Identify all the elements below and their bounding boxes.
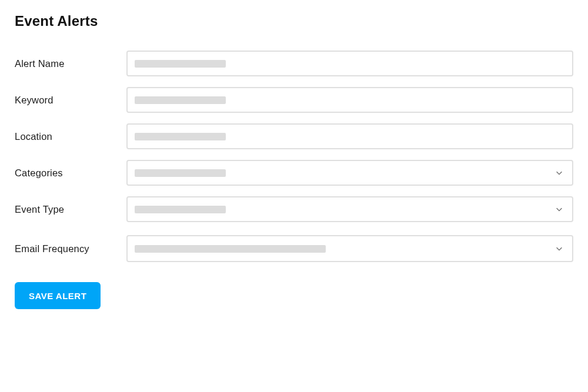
label-event-type: Event Type: [15, 204, 126, 215]
row-event-type: Event Type: [15, 196, 573, 222]
wrap-categories: [126, 160, 573, 186]
row-location: Location: [15, 123, 573, 149]
location-input[interactable]: [126, 123, 573, 149]
wrap-location: [126, 123, 573, 149]
label-email-frequency: Email Frequency: [15, 243, 126, 254]
label-alert-name: Alert Name: [15, 58, 126, 69]
row-alert-name: Alert Name: [15, 51, 573, 76]
placeholder-skeleton: [135, 60, 226, 68]
wrap-alert-name: [126, 51, 573, 76]
categories-select[interactable]: [126, 160, 573, 186]
alert-name-input[interactable]: [126, 51, 573, 76]
placeholder-skeleton: [135, 133, 226, 140]
chevron-down-icon: [554, 168, 564, 177]
placeholder-skeleton: [135, 96, 226, 104]
chevron-down-icon: [554, 205, 564, 214]
wrap-email-frequency: [126, 235, 573, 262]
chevron-down-icon: [554, 244, 564, 253]
actions-row: SAVE ALERT: [15, 282, 573, 309]
placeholder-skeleton: [135, 169, 226, 177]
save-alert-button[interactable]: SAVE ALERT: [15, 282, 101, 309]
row-categories: Categories: [15, 160, 573, 186]
row-keyword: Keyword: [15, 87, 573, 113]
email-frequency-select[interactable]: [126, 235, 573, 262]
keyword-input[interactable]: [126, 87, 573, 113]
row-email-frequency: Email Frequency: [15, 235, 573, 262]
label-categories: Categories: [15, 167, 126, 179]
page-title: Event Alerts: [15, 13, 573, 29]
wrap-event-type: [126, 196, 573, 222]
placeholder-skeleton: [135, 206, 226, 213]
event-type-select[interactable]: [126, 196, 573, 222]
label-keyword: Keyword: [15, 95, 126, 106]
label-location: Location: [15, 131, 126, 142]
placeholder-skeleton: [135, 245, 326, 253]
wrap-keyword: [126, 87, 573, 113]
